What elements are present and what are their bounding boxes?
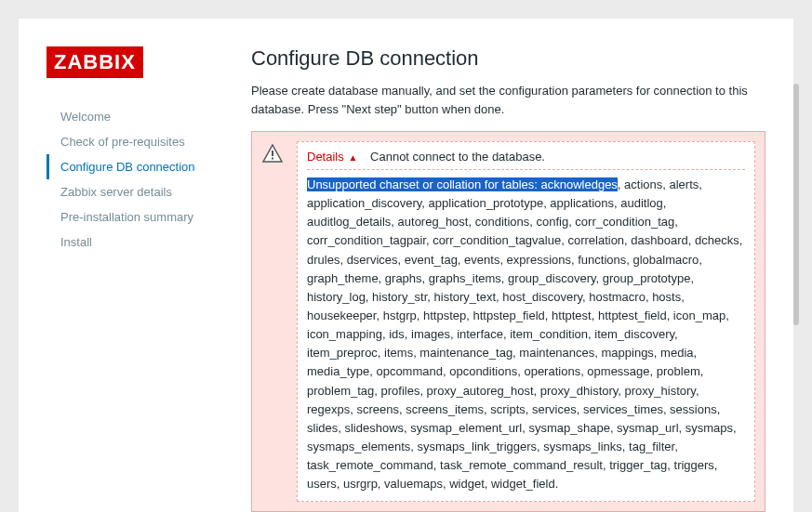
error-content: Details ▲ Cannot connect to the database… xyxy=(297,141,755,502)
step-zabbix-server-details[interactable]: Zabbix server details xyxy=(47,179,223,204)
step-pre-installation-summary[interactable]: Pre-installation summary xyxy=(47,204,223,230)
page-description: Please create database manually, and set… xyxy=(251,82,765,118)
step-check-of-pre-requisites[interactable]: Check of pre-requisites xyxy=(47,129,223,154)
error-head: Details ▲ Cannot connect to the database… xyxy=(307,150,745,170)
step-welcome[interactable]: Welcome xyxy=(47,104,223,129)
page-title: Configure DB connection xyxy=(251,46,765,71)
step-install[interactable]: Install xyxy=(47,230,223,255)
steps-list: WelcomeCheck of pre-requisitesConfigure … xyxy=(47,104,223,255)
logo: ZABBIX xyxy=(47,46,143,78)
details-toggle[interactable]: Details ▲ xyxy=(307,150,357,164)
svg-rect-0 xyxy=(272,151,273,156)
sidebar: ZABBIX WelcomeCheck of pre-requisitesCon… xyxy=(47,46,223,512)
error-summary: Cannot connect to the database. xyxy=(370,150,545,164)
main-content: Configure DB connection Please create da… xyxy=(251,46,765,512)
step-configure-db-connection[interactable]: Configure DB connection xyxy=(47,154,223,179)
error-tables: , actions, alerts, application_discovery… xyxy=(307,177,742,491)
error-highlight: Unsupported charset or collation for tab… xyxy=(307,177,618,191)
svg-rect-1 xyxy=(272,158,273,160)
error-box: Details ▲ Cannot connect to the database… xyxy=(251,131,765,512)
caret-up-icon: ▲ xyxy=(346,152,358,163)
scrollbar[interactable] xyxy=(793,84,799,325)
error-body: Unsupported charset or collation for tab… xyxy=(307,176,745,493)
warning-icon xyxy=(261,143,286,502)
installer-panel: ZABBIX WelcomeCheck of pre-requisitesCon… xyxy=(19,19,793,512)
